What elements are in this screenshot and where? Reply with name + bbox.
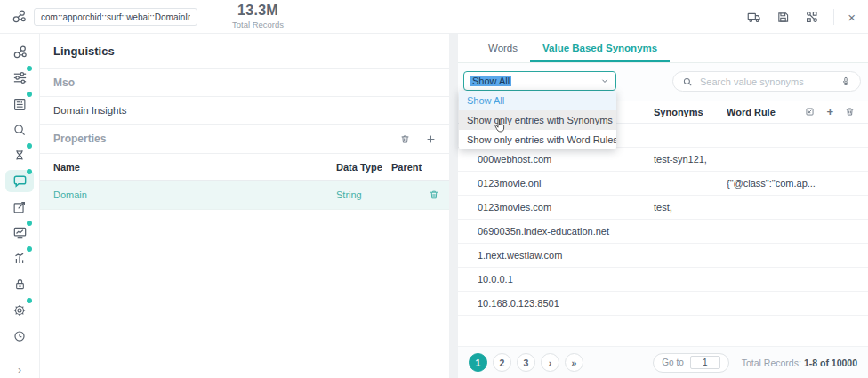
- badge-dot: [27, 66, 32, 71]
- panel-divider: [449, 34, 458, 378]
- sidebar-item-chat-active[interactable]: [5, 170, 34, 192]
- section-linguistics: Linguistics: [40, 34, 449, 69]
- sidebar-item-monitor[interactable]: [5, 221, 34, 244]
- page-2-button[interactable]: 2: [493, 353, 511, 372]
- col-word-rule: Word Rule: [727, 107, 776, 117]
- value-synonyms-panel: Words Value Based Synonyms Show All Syno…: [458, 34, 868, 378]
- cluster-icon: [12, 44, 28, 60]
- badge-dot: [27, 92, 32, 97]
- row-synonyms: test,: [654, 202, 672, 213]
- goto-label: Go to: [662, 358, 683, 367]
- save-button[interactable]: [776, 10, 791, 25]
- delete-row-trash-icon[interactable]: [428, 189, 440, 201]
- export-box-icon[interactable]: [804, 106, 816, 117]
- delete-property-trash-icon[interactable]: [399, 133, 411, 145]
- show-filter-select[interactable]: Show All: [463, 71, 616, 91]
- add-property-plus-icon[interactable]: [425, 133, 437, 145]
- sidebar-item-search[interactable]: [5, 118, 34, 141]
- entity-path-input[interactable]: [34, 8, 197, 26]
- table-row[interactable]: 10.168.0.123:8501: [458, 292, 868, 316]
- pagination-footer: 1 2 3 › » Go to Total Records:1-8 of 100…: [458, 346, 868, 378]
- total-records-footer-value: 1-8 of 10000: [804, 358, 857, 368]
- row-value: 0123movies.com: [478, 202, 551, 213]
- lock-icon: [12, 277, 28, 292]
- row-word-rule: {"@class":"com.ap...: [727, 178, 816, 189]
- table-row[interactable]: 0123movies.com test,: [458, 196, 868, 220]
- row-value: 0690035n.index-education.net: [478, 226, 609, 237]
- section-mso[interactable]: Mso: [40, 69, 449, 97]
- sidebar-item-edit-export[interactable]: [5, 196, 34, 218]
- badge-dot: [27, 298, 32, 303]
- goto-page-control: Go to: [653, 353, 728, 373]
- col-synonyms: Synonyms: [654, 107, 703, 117]
- left-panel: Linguistics Mso Domain Insights Properti…: [40, 34, 449, 378]
- bar-chart-icon: [12, 251, 28, 267]
- save-icon: [776, 10, 791, 25]
- app-logo-cluster-icon: [11, 8, 28, 25]
- row-synonyms: test-syn121,: [654, 154, 707, 165]
- total-records-label: Total Records: [213, 20, 302, 29]
- filter-dropdown-menu: Show All Show only entries with Synonyms…: [459, 91, 616, 149]
- delete-values-trash-icon[interactable]: [844, 106, 856, 117]
- option-show-only-synonyms[interactable]: Show only entries with Synonyms: [459, 110, 616, 130]
- table-row[interactable]: 000webhost.com test-syn121,: [458, 148, 868, 172]
- clock-icon: [12, 328, 28, 344]
- sidebar-item-clock[interactable]: [5, 325, 34, 347]
- close-button[interactable]: ×: [848, 11, 856, 24]
- table-row[interactable]: 1.next.westlaw.com: [458, 244, 868, 268]
- sliders-icon: [12, 69, 28, 86]
- page-next-button[interactable]: ›: [541, 353, 559, 372]
- property-name: Domain: [53, 189, 87, 200]
- export-truck-button[interactable]: [746, 9, 762, 25]
- document-icon: [12, 96, 28, 112]
- tab-words[interactable]: Words: [476, 34, 530, 62]
- col-parent: Parent: [391, 162, 422, 173]
- rail-expand-chevron-icon[interactable]: ›: [18, 364, 21, 376]
- sidebar-item-sliders[interactable]: [5, 67, 34, 89]
- sidebar-item-document[interactable]: [5, 92, 34, 115]
- selected-filter-value: Show All: [470, 76, 511, 86]
- total-records-footer-label: Total Records:: [742, 358, 801, 368]
- top-bar: 13.3M Total Records ×: [0, 0, 868, 34]
- monitor-icon: [12, 224, 28, 241]
- chevron-down-icon: [600, 76, 609, 85]
- search-input[interactable]: [700, 76, 833, 87]
- page-last-button[interactable]: »: [565, 353, 583, 372]
- page-1-button[interactable]: 1: [469, 353, 487, 372]
- row-value: 0123movie.onl: [478, 178, 542, 189]
- edit-export-icon: [12, 199, 28, 215]
- tab-value-based-synonyms[interactable]: Value Based Synonyms: [530, 34, 670, 62]
- total-records-summary: 13.3M Total Records: [213, 3, 302, 29]
- sidebar-item-bar-chart[interactable]: [5, 247, 34, 269]
- gear-icon: [12, 302, 28, 318]
- property-row-domain[interactable]: Domain String: [40, 181, 449, 210]
- table-row[interactable]: 10.0.0.1: [458, 268, 868, 292]
- sidebar-item-dna[interactable]: [5, 144, 34, 166]
- table-row[interactable]: 0123movie.onl {"@class":"com.ap...: [458, 172, 868, 196]
- workflow-button[interactable]: [804, 9, 820, 25]
- tab-bar: Words Value Based Synonyms: [458, 34, 868, 63]
- chat-icon: [12, 173, 28, 189]
- dna-icon: [12, 148, 28, 164]
- option-show-all[interactable]: Show All: [459, 91, 616, 110]
- properties-title: Properties: [53, 133, 106, 145]
- sidebar-item-lock[interactable]: [5, 273, 34, 295]
- add-value-plus-icon[interactable]: +: [826, 107, 833, 117]
- topbar-divider: [833, 9, 834, 25]
- badge-dot: [27, 246, 32, 252]
- sidebar-item-cluster[interactable]: [5, 41, 34, 63]
- row-value: 10.168.0.123:8501: [478, 298, 559, 309]
- goto-page-input[interactable]: [690, 356, 720, 369]
- microphone-icon[interactable]: [840, 76, 851, 87]
- table-row[interactable]: 0690035n.index-education.net: [458, 220, 868, 244]
- badge-dot: [27, 221, 32, 226]
- option-show-only-word-rules[interactable]: Show only entries with Word Rules: [459, 130, 616, 149]
- badge-dot: [27, 143, 32, 149]
- left-icon-rail: ›: [0, 34, 40, 378]
- page-3-button[interactable]: 3: [517, 353, 535, 372]
- section-domain-insights[interactable]: Domain Insights: [40, 97, 449, 125]
- sidebar-item-gear[interactable]: [5, 299, 34, 321]
- workflow-icon: [804, 9, 820, 25]
- col-name: Name: [53, 162, 80, 173]
- search-icon: [12, 122, 28, 138]
